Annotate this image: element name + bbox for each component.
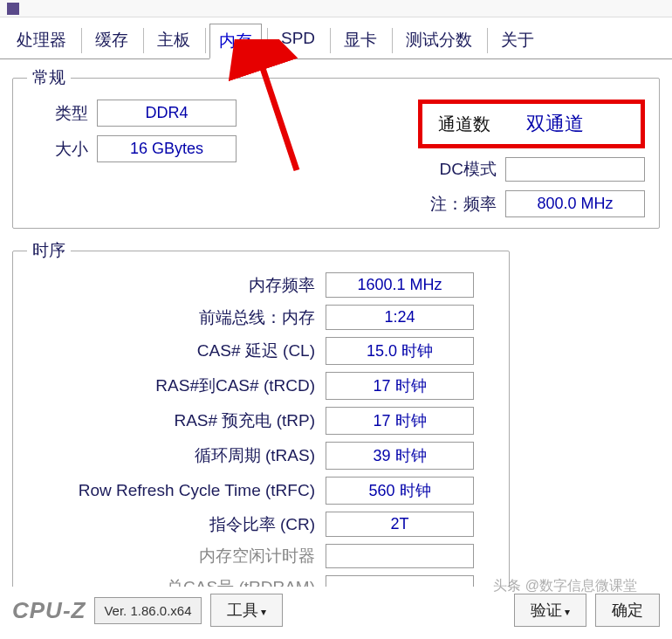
nbfreq-label: 注：频率: [418, 193, 497, 216]
dcmode-label: DC模式: [418, 158, 497, 181]
idle-value: [326, 544, 474, 568]
tab-caches[interactable]: 缓存: [86, 23, 138, 58]
size-value: 16 GBytes: [97, 135, 237, 162]
trdram-value: [326, 575, 474, 587]
general-group: 常规 类型 DDR4 大小 16 GBytes 通道数 双通道: [12, 66, 660, 229]
dcmode-value: [505, 157, 645, 182]
tab-separator: [487, 28, 488, 53]
trdram-label: 总CAS号 (tRDRAM): [27, 576, 315, 587]
tras-value: 39 时钟: [326, 442, 474, 470]
tools-button[interactable]: 工具: [210, 594, 283, 627]
tab-about[interactable]: 关于: [491, 23, 544, 58]
tab-separator: [205, 28, 206, 53]
idle-label: 内存空闲计时器: [27, 545, 315, 567]
type-value: DDR4: [97, 100, 237, 127]
tab-strip: 处理器 缓存 主板 内存 SPD 显卡 测试分数 关于: [0, 17, 672, 59]
general-legend: 常规: [27, 66, 71, 89]
dram-freq-label: 内存频率: [27, 274, 315, 297]
tab-mainboard[interactable]: 主板: [147, 23, 200, 58]
cr-label: 指令比率 (CR): [27, 513, 315, 536]
cl-label: CAS# 延迟 (CL): [27, 340, 315, 362]
version-box: Ver. 1.86.0.x64: [94, 597, 201, 624]
trcd-value: 17 时钟: [326, 372, 474, 400]
trp-label: RAS# 预充电 (tRP): [27, 409, 315, 432]
tab-bench[interactable]: 测试分数: [396, 23, 482, 58]
type-label: 类型: [27, 102, 88, 125]
cr-value: 2T: [326, 512, 474, 537]
trp-value: 17 时钟: [326, 407, 474, 435]
dram-freq-value: 1600.1 MHz: [326, 272, 474, 298]
tab-content: 常规 类型 DDR4 大小 16 GBytes 通道数 双通道: [0, 59, 672, 587]
brand-label: CPU-Z: [12, 597, 86, 624]
tras-label: 循环周期 (tRAS): [27, 444, 315, 467]
tab-separator: [143, 28, 144, 53]
fsb-label: 前端总线：内存: [27, 306, 315, 329]
tab-spd[interactable]: SPD: [271, 23, 325, 58]
tab-separator: [267, 28, 268, 53]
fsb-value: 1:24: [326, 305, 474, 330]
tab-memory[interactable]: 内存: [209, 24, 262, 59]
titlebar: [0, 0, 672, 17]
tab-cpu[interactable]: 处理器: [7, 23, 76, 58]
ok-button[interactable]: 确定: [595, 594, 660, 627]
watermark: 头条 @数字信息微课堂: [493, 577, 637, 595]
tab-separator: [81, 28, 82, 53]
nbfreq-value: 800.0 MHz: [505, 190, 645, 217]
cl-value: 15.0 时钟: [326, 337, 474, 365]
channels-value: 双通道: [503, 107, 607, 141]
channels-highlight: 通道数 双通道: [418, 100, 645, 148]
trcd-label: RAS#到CAS# (tRCD): [27, 374, 315, 397]
cpuz-window: 处理器 缓存 主板 内存 SPD 显卡 测试分数 关于 常规 类型 DDR4: [0, 0, 672, 639]
size-label: 大小: [27, 138, 88, 161]
timings-group: 时序 内存频率 1600.1 MHz 前端总线：内存 1:24 CAS# 延迟 …: [12, 239, 510, 587]
validate-button[interactable]: 验证: [514, 594, 586, 627]
timings-legend: 时序: [27, 239, 71, 262]
tab-separator: [392, 28, 393, 53]
channels-label: 通道数: [429, 113, 490, 136]
tab-separator: [330, 28, 331, 53]
trfc-value: 560 时钟: [326, 477, 474, 505]
tab-graphics[interactable]: 显卡: [334, 23, 387, 58]
trfc-label: Row Refresh Cycle Time (tRFC): [27, 481, 315, 500]
app-icon: [7, 3, 19, 15]
